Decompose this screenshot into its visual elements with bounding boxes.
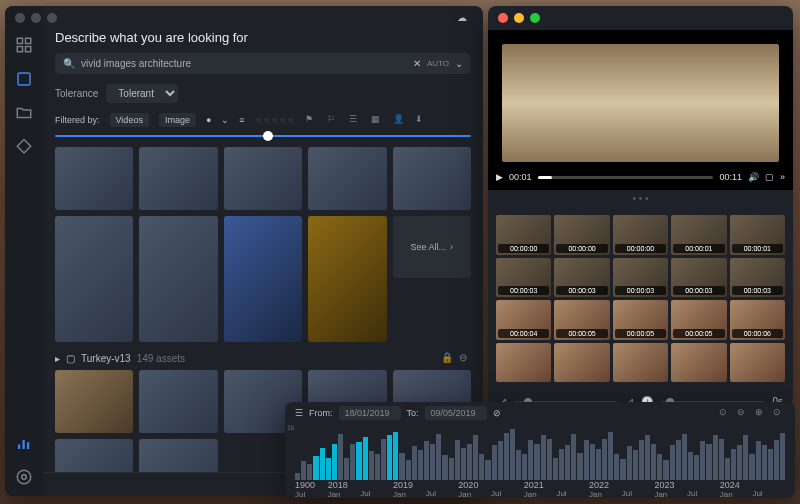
- zoom-fit-icon[interactable]: ⊙: [719, 407, 731, 419]
- filter-image[interactable]: Image: [159, 113, 196, 127]
- flag-icon[interactable]: ⚑: [305, 114, 317, 126]
- chart-bar[interactable]: [528, 440, 533, 480]
- clear-date-icon[interactable]: ⊘: [493, 408, 501, 418]
- chart-bar[interactable]: [780, 433, 785, 480]
- chart-bar[interactable]: [694, 455, 699, 480]
- chart-bar[interactable]: [430, 444, 435, 480]
- frame-thumb[interactable]: 00:00:06: [730, 300, 785, 340]
- chart-bar[interactable]: [473, 435, 478, 480]
- clear-icon[interactable]: ✕: [413, 58, 421, 69]
- traffic-close[interactable]: [15, 13, 25, 23]
- traffic-max[interactable]: [530, 13, 540, 23]
- result-thumb[interactable]: [224, 216, 302, 342]
- frame-thumb[interactable]: 00:00:00: [554, 215, 609, 255]
- chart-bar[interactable]: [344, 458, 349, 480]
- expand-icon[interactable]: ▸: [55, 353, 60, 364]
- frame-thumb[interactable]: [671, 343, 726, 383]
- result-thumb[interactable]: [393, 147, 471, 210]
- result-thumb[interactable]: [55, 439, 133, 472]
- chart-bar[interactable]: [313, 456, 318, 480]
- frame-thumb[interactable]: 00:00:05: [671, 300, 726, 340]
- chart-bar[interactable]: [657, 454, 662, 480]
- chart-bar[interactable]: [424, 441, 429, 480]
- result-thumb[interactable]: [139, 370, 217, 433]
- chart-bar[interactable]: [627, 446, 632, 480]
- result-thumb[interactable]: [55, 147, 133, 210]
- frame-thumb[interactable]: 00:00:03: [613, 258, 668, 298]
- chart-bar[interactable]: [516, 450, 521, 480]
- traffic-max[interactable]: [47, 13, 57, 23]
- frame-thumb[interactable]: 00:00:01: [671, 215, 726, 255]
- chart-bar[interactable]: [700, 441, 705, 480]
- chart-bar[interactable]: [756, 441, 761, 480]
- chart-bar[interactable]: [577, 453, 582, 480]
- chart-bar[interactable]: [375, 454, 380, 480]
- search-box[interactable]: 🔍 ✕ AUTO ⌄: [55, 53, 471, 74]
- layout-icon[interactable]: ▦: [371, 114, 383, 126]
- chart-bar[interactable]: [510, 429, 515, 480]
- frame-thumb[interactable]: 00:00:05: [613, 300, 668, 340]
- chart-bar[interactable]: [369, 451, 374, 480]
- chart-bar[interactable]: [436, 434, 441, 480]
- chart-bar[interactable]: [713, 435, 718, 480]
- chart-bar[interactable]: [504, 433, 509, 480]
- result-thumb[interactable]: ★★★★: [139, 439, 217, 472]
- frame-thumb[interactable]: 00:00:00: [613, 215, 668, 255]
- zoom-reset-icon[interactable]: ⊙: [773, 407, 785, 419]
- relevance-slider[interactable]: [55, 135, 471, 137]
- zoom-out-icon[interactable]: ⊖: [737, 407, 749, 419]
- chart-bar[interactable]: [559, 449, 564, 480]
- frame-thumb[interactable]: 00:00:03: [554, 258, 609, 298]
- chart-bar[interactable]: [363, 437, 368, 480]
- list-icon[interactable]: ☰: [349, 114, 361, 126]
- frame-thumb[interactable]: 00:00:03: [496, 258, 551, 298]
- search-tab-icon[interactable]: [15, 70, 33, 88]
- chart-bar[interactable]: [670, 445, 675, 480]
- frame-thumb[interactable]: [613, 343, 668, 383]
- chart-bar[interactable]: [547, 439, 552, 480]
- chart-bar[interactable]: [338, 434, 343, 480]
- chart-bar[interactable]: [541, 435, 546, 480]
- airplay-icon[interactable]: ▢: [765, 172, 774, 182]
- chart-bar[interactable]: [350, 444, 355, 480]
- chart-bar[interactable]: [651, 444, 656, 480]
- chart-bar[interactable]: [682, 434, 687, 480]
- to-date-input[interactable]: [425, 406, 487, 420]
- chart-bar[interactable]: [307, 464, 312, 480]
- result-thumb[interactable]: [139, 147, 217, 210]
- chart-bar[interactable]: [326, 458, 331, 480]
- chart-bar[interactable]: [461, 448, 466, 480]
- frame-thumb[interactable]: 00:00:04: [496, 300, 551, 340]
- search-input[interactable]: [81, 58, 407, 69]
- chart-bar[interactable]: [301, 461, 306, 480]
- chart-bar[interactable]: [455, 440, 460, 480]
- chart-bar[interactable]: [639, 440, 644, 480]
- chart-bar[interactable]: [596, 449, 601, 480]
- person-icon[interactable]: 👤: [393, 114, 405, 126]
- chart-bar[interactable]: [663, 460, 668, 480]
- tag-icon[interactable]: [15, 138, 33, 156]
- chart-bar[interactable]: [553, 458, 558, 480]
- zoom-in-icon[interactable]: ⊕: [755, 407, 767, 419]
- stats-icon[interactable]: [15, 434, 33, 452]
- chart-bar[interactable]: [418, 450, 423, 480]
- lock-icon[interactable]: 🔒: [441, 352, 453, 364]
- result-thumb[interactable]: [224, 147, 302, 210]
- chart-bar[interactable]: [479, 454, 484, 480]
- chevron-down-icon[interactable]: ⌄: [221, 115, 229, 125]
- frame-thumb[interactable]: [554, 343, 609, 383]
- chart-bar[interactable]: [584, 440, 589, 480]
- frame-thumb[interactable]: 00:00:03: [730, 258, 785, 298]
- cloud-icon[interactable]: ☁: [457, 12, 471, 26]
- result-thumb[interactable]: [55, 216, 133, 342]
- chart-bar[interactable]: [534, 444, 539, 480]
- download-icon[interactable]: ⬇: [415, 114, 427, 126]
- chart-bar[interactable]: [412, 446, 417, 480]
- result-thumb[interactable]: [308, 216, 386, 342]
- chart-bar[interactable]: [743, 435, 748, 480]
- traffic-min[interactable]: [514, 13, 524, 23]
- chart-bar[interactable]: [749, 454, 754, 480]
- chart-bar[interactable]: [768, 449, 773, 480]
- play-button[interactable]: ▶: [496, 172, 503, 182]
- chart-bar[interactable]: [688, 452, 693, 480]
